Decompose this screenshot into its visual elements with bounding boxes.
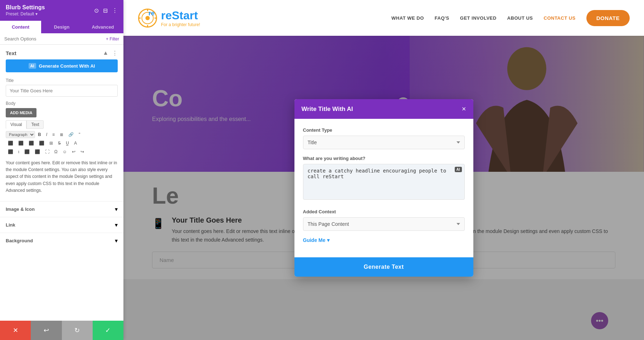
writing-about-textarea[interactable]: create a catchy headline encouraging peo… — [303, 164, 465, 200]
guide-me-button[interactable]: Guide Me ▾ — [303, 237, 465, 243]
sidebar-header: Blurb Settings Preset: Default ▾ ⊙ ⊟ ⋮ — [0, 0, 123, 21]
align-right-button[interactable]: ⬛ — [26, 140, 36, 147]
nav-what-we-do[interactable]: WHAT WE DO — [391, 15, 424, 21]
special-char-button[interactable]: Ω — [52, 148, 60, 155]
link-chevron-icon: ▾ — [115, 222, 118, 228]
body-section: Body ADD MEDIA Visual Text Paragraph B I… — [0, 101, 123, 201]
title-label: Title — [6, 78, 118, 83]
custom1-button[interactable]: ι — [16, 148, 21, 155]
sidebar-footer: ✕ ↩ ↻ ✓ — [0, 321, 123, 340]
tab-content[interactable]: Content — [0, 21, 41, 33]
nav-faqs[interactable]: FAQ'S — [435, 15, 449, 21]
tab-text[interactable]: Text — [26, 120, 44, 129]
website-header: re reStart For a brighter future! WHAT W… — [123, 0, 644, 36]
nav-about-us[interactable]: ABOUT US — [507, 15, 533, 21]
svg-text:re: re — [148, 10, 155, 17]
nav-contact-us[interactable]: CONTACT US — [544, 15, 576, 21]
section-header-icons: ▲ ⋮ — [103, 50, 118, 57]
nav-get-involved[interactable]: GET INVOLVED — [460, 15, 497, 21]
settings-icon[interactable]: ⊙ — [94, 7, 99, 14]
add-media-button[interactable]: ADD MEDIA — [6, 108, 36, 117]
modal-overlay: Write Title With AI × Content Type Title… — [123, 36, 644, 340]
image-chevron-icon: ▾ — [115, 206, 118, 213]
indent-button[interactable]: ⬛ — [6, 148, 15, 155]
guide-chevron-icon: ▾ — [327, 237, 330, 243]
section-more-icon[interactable]: ⋮ — [112, 50, 118, 57]
writing-textarea-wrapper: create a catchy headline encouraging peo… — [303, 164, 465, 203]
logo-icon: re — [138, 8, 157, 28]
search-input[interactable] — [4, 36, 106, 42]
added-context-select[interactable]: This Page Content None Custom — [303, 217, 465, 231]
tab-advanced[interactable]: Advanced — [82, 21, 123, 33]
writing-about-label: What are you writing about? — [303, 156, 465, 161]
logo-area: re reStart For a brighter future! — [138, 8, 200, 28]
custom3-button[interactable]: ⬛ — [33, 148, 42, 155]
title-field-group: Title — [0, 78, 123, 101]
logo-name: reStart — [161, 9, 200, 22]
image-icon-section[interactable]: Image & Icon ▾ — [0, 201, 123, 217]
strikethrough-button[interactable]: S̶ — [56, 140, 63, 147]
ul-button[interactable]: ≡ — [50, 131, 57, 138]
modal-header: Write Title With AI × — [294, 99, 473, 119]
reset-button[interactable]: ↩ — [31, 321, 62, 340]
emoji-button[interactable]: ☺ — [60, 148, 69, 155]
background-section[interactable]: Background ▾ — [0, 233, 123, 248]
more-icon[interactable]: ⋮ — [112, 7, 118, 14]
cancel-button[interactable]: ✕ — [0, 321, 31, 340]
ai-badge: AI — [29, 63, 36, 69]
added-context-label: Added Context — [303, 209, 465, 214]
toolbar-row-1: Paragraph B I ≡ ≣ 🔗 " — [6, 131, 118, 138]
nav-links: WHAT WE DO FAQ'S GET INVOLVED ABOUT US C… — [391, 15, 576, 21]
background-chevron-icon: ▾ — [115, 237, 118, 244]
toolbar-row-3: ⬛ ι ⬛ ⬛ ⛶ Ω ☺ ↩ ↪ — [6, 148, 118, 155]
tab-design[interactable]: Design — [41, 21, 82, 33]
filter-button[interactable]: + Filter — [106, 37, 119, 42]
paragraph-select[interactable]: Paragraph — [6, 131, 35, 138]
fullscreen-button[interactable]: ⛶ — [43, 148, 52, 155]
align-left-button[interactable]: ⬛ — [6, 140, 15, 147]
color-button[interactable]: A — [72, 140, 79, 147]
content-type-select[interactable]: Title Body Headline Paragraph — [303, 136, 465, 149]
save-button[interactable]: ✓ — [93, 321, 123, 340]
redo-button[interactable]: ↻ — [62, 321, 93, 340]
columns-icon[interactable]: ⊟ — [103, 7, 108, 14]
sidebar: Blurb Settings Preset: Default ▾ ⊙ ⊟ ⋮ C… — [0, 0, 123, 340]
text-section-header: Text ▲ ⋮ — [0, 45, 123, 59]
donate-button[interactable]: DONATE — [586, 10, 630, 26]
italic-button[interactable]: I — [44, 131, 49, 138]
toolbar-row-2: ⬛ ⬛ ⬛ ⬛ ⊞ S̶ U̲ A — [6, 140, 118, 147]
undo-button[interactable]: ↩ — [70, 148, 78, 155]
ai-modal: Write Title With AI × Content Type Title… — [294, 99, 473, 277]
logo-tagline: For a brighter future! — [161, 22, 200, 27]
link-button[interactable]: 🔗 — [66, 131, 76, 138]
sidebar-header-icons: ⊙ ⊟ ⋮ — [94, 7, 118, 14]
generate-text-button[interactable]: Generate Text — [294, 257, 473, 277]
content-area: Co Exploring possibilities and the essen… — [123, 36, 644, 340]
underline-button[interactable]: U̲ — [64, 140, 71, 147]
modal-close-button[interactable]: × — [462, 105, 466, 113]
redo-editor-button[interactable]: ↪ — [78, 148, 86, 155]
main-content: re reStart For a brighter future! WHAT W… — [123, 0, 644, 340]
sidebar-preset: Preset: Default ▾ — [6, 11, 45, 16]
body-label: Body — [6, 101, 118, 106]
tab-visual[interactable]: Visual — [6, 120, 26, 129]
logo-text-area: reStart For a brighter future! — [161, 9, 200, 27]
modal-body: Content Type Title Body Headline Paragra… — [294, 119, 473, 257]
modal-footer: Generate Text — [294, 257, 473, 277]
title-input[interactable] — [6, 85, 118, 97]
quote-button[interactable]: " — [77, 131, 82, 138]
custom2-button[interactable]: ⬛ — [22, 148, 32, 155]
ol-button[interactable]: ≣ — [58, 131, 65, 138]
link-section[interactable]: Link ▾ — [0, 217, 123, 233]
align-center-button[interactable]: ⬛ — [16, 140, 26, 147]
table-button[interactable]: ⊞ — [47, 140, 55, 147]
content-type-label: Content Type — [303, 127, 465, 133]
bold-button[interactable]: B — [36, 131, 43, 138]
generate-content-ai-button[interactable]: AI Generate Content With AI — [6, 59, 118, 72]
align-justify-button[interactable]: ⬛ — [37, 140, 47, 147]
editor-content[interactable]: Your content goes here. Edit or remove t… — [6, 157, 118, 197]
sidebar-search-row: + Filter — [0, 33, 123, 45]
collapse-icon[interactable]: ▲ — [103, 50, 108, 57]
sidebar-title: Blurb Settings — [6, 4, 45, 11]
modal-title: Write Title With AI — [302, 106, 353, 113]
